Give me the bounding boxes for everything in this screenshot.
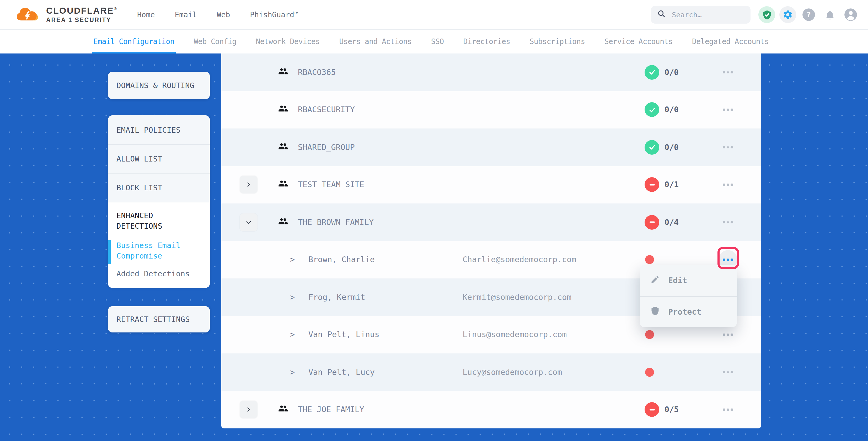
group-icon: [278, 180, 288, 190]
tab-delegated-accounts[interactable]: Delegated Accounts: [690, 29, 770, 54]
search-box: [651, 6, 750, 24]
tab-email-configuration[interactable]: Email Configuration: [92, 29, 176, 54]
group-name: RBACO365: [298, 68, 336, 77]
logo-company: CLOUDFLARE®: [46, 6, 117, 16]
status-badge-fail: [645, 178, 659, 192]
nav-link-home[interactable]: Home: [137, 10, 155, 19]
tab-network-devices[interactable]: Network Devices: [254, 29, 321, 54]
menu-item-label: Protect: [668, 307, 701, 317]
app-root: CLOUDFLARE® AREA 1 SECURITY HomeEmailWeb…: [0, 0, 868, 441]
nav-link-email[interactable]: Email: [175, 10, 197, 19]
tab-web-config[interactable]: Web Config: [192, 29, 238, 54]
member-chevron: >: [290, 293, 295, 302]
member-name: Van Pelt, Lucy: [308, 368, 375, 377]
notifications-bell-icon[interactable]: [821, 6, 838, 23]
group-name: THE JOE FAMILY: [298, 405, 364, 414]
header-icons: ?: [758, 6, 859, 23]
group-icon: [278, 142, 288, 153]
pencil-icon: [650, 275, 660, 286]
shield-icon: [650, 306, 660, 318]
group-name: SHARED_GROUP: [298, 143, 355, 152]
protected-count: 0/0: [664, 105, 679, 115]
alert-dot: [645, 330, 654, 339]
sidebar-card-email-policies: EMAIL POLICIES ALLOW LIST BLOCK LIST ENH…: [108, 115, 210, 287]
protected-count: 0/5: [664, 405, 679, 414]
tab-directories[interactable]: Directories: [462, 29, 512, 54]
sidebar-item-domains-routing[interactable]: DOMAINS & ROUTING: [108, 72, 210, 99]
status-badge-pass: [645, 65, 659, 80]
row-actions-menu-button[interactable]: [718, 176, 737, 194]
group-name: THE BROWN FAMILY: [298, 218, 374, 227]
row-actions-menu-button[interactable]: [718, 363, 737, 382]
table-row-van-pelt-lucy: >Van Pelt, LucyLucy@somedemocorp.com: [221, 353, 761, 391]
expand-group-button[interactable]: [240, 401, 257, 419]
user-avatar-icon[interactable]: [842, 6, 859, 23]
sidebar-item-block-list[interactable]: BLOCK LIST: [108, 174, 210, 202]
email-policies-label: EMAIL POLICIES: [117, 126, 180, 134]
status-badge-fail: [645, 403, 659, 417]
member-name: Frog, Kermit: [308, 293, 365, 302]
sidebar-item-added-detections[interactable]: Added Detections: [117, 270, 202, 278]
tab-service-accounts[interactable]: Service Accounts: [603, 29, 674, 54]
row-actions-menu-button[interactable]: [718, 400, 737, 419]
row-actions-menu-button[interactable]: [718, 100, 737, 119]
config-tabs: Email ConfigurationWeb ConfigNetwork Dev…: [0, 29, 868, 54]
member-email: Lucy@somedemocorp.com: [463, 368, 562, 377]
alert-dot: [645, 255, 654, 264]
row-actions-menu-button[interactable]: [718, 138, 737, 157]
top-header: CLOUDFLARE® AREA 1 SECURITY HomeEmailWeb…: [0, 0, 868, 30]
group-name: TEST TEAM SITE: [298, 180, 364, 190]
protected-count: 0/0: [664, 143, 679, 152]
sidebar-item-email-policies[interactable]: EMAIL POLICIES: [108, 115, 210, 145]
expand-group-button[interactable]: [240, 176, 257, 194]
shield-check-icon[interactable]: [758, 6, 775, 23]
sidebar-item-retract-settings[interactable]: RETRACT SETTINGS: [108, 306, 210, 333]
row-actions-menu-button[interactable]: [718, 63, 737, 82]
logo-product: AREA 1 SECURITY: [46, 17, 117, 23]
collapse-group-button[interactable]: [240, 213, 257, 231]
menu-item-label: Edit: [668, 276, 687, 285]
settings-gear-icon[interactable]: [779, 6, 796, 23]
member-chevron: >: [290, 330, 295, 340]
table-row-rbaco365: RBACO3650/0: [221, 54, 761, 91]
search-icon: [657, 9, 665, 20]
menu-item-protect[interactable]: Protect: [640, 296, 737, 327]
member-chevron: >: [290, 255, 295, 264]
group-name: RBACSECURITY: [298, 105, 355, 115]
alert-dot: [645, 368, 654, 377]
row-context-menu: EditProtect: [640, 265, 737, 327]
primary-nav: HomeEmailWebPhishGuard™: [137, 10, 299, 19]
status-badge-pass: [645, 140, 659, 155]
svg-text:?: ?: [807, 10, 811, 19]
table-row-test-team-site: TEST TEAM SITE0/1: [221, 166, 761, 203]
table-row-rbacsecurity: RBACSECURITY0/0: [221, 91, 761, 128]
block-list-label: BLOCK LIST: [117, 184, 162, 192]
sidebar-item-allow-list[interactable]: ALLOW LIST: [108, 145, 210, 174]
tab-users-and-actions[interactable]: Users and Actions: [338, 29, 413, 54]
search-input[interactable]: [671, 10, 741, 20]
protected-count: 0/1: [664, 180, 679, 190]
group-icon: [278, 67, 288, 77]
sidebar-item-enhanced-detections[interactable]: ENHANCED DETECTIONS: [117, 210, 202, 231]
tab-sso[interactable]: SSO: [430, 29, 445, 54]
member-chevron: >: [290, 368, 295, 377]
nav-link-web[interactable]: Web: [217, 10, 230, 19]
status-badge-pass: [645, 102, 659, 117]
allow-list-label: ALLOW LIST: [117, 155, 162, 163]
menu-item-edit[interactable]: Edit: [640, 265, 737, 296]
help-icon[interactable]: ?: [800, 6, 817, 23]
table-row-the-brown-family: THE BROWN FAMILY0/4: [221, 203, 761, 241]
table-row-shared-group: SHARED_GROUP0/0: [221, 128, 761, 166]
row-actions-menu-button[interactable]: [718, 325, 737, 344]
cloudflare-cloud-icon: [16, 5, 41, 25]
tab-subscriptions[interactable]: Subscriptions: [528, 29, 586, 54]
member-email: Charlie@somedemocorp.com: [463, 255, 577, 264]
retract-settings-label: RETRACT SETTINGS: [117, 315, 190, 323]
nav-link-phishguard[interactable]: PhishGuard™: [250, 10, 299, 19]
cloudflare-logo[interactable]: CLOUDFLARE® AREA 1 SECURITY: [16, 5, 117, 25]
row-actions-menu-button[interactable]: [718, 213, 737, 232]
member-email: Linus@somedemocorp.com: [463, 330, 567, 340]
group-icon: [278, 105, 288, 115]
protected-count: 0/0: [664, 68, 679, 77]
sidebar-item-business-email-compromise[interactable]: Business Email Compromise: [117, 240, 202, 261]
